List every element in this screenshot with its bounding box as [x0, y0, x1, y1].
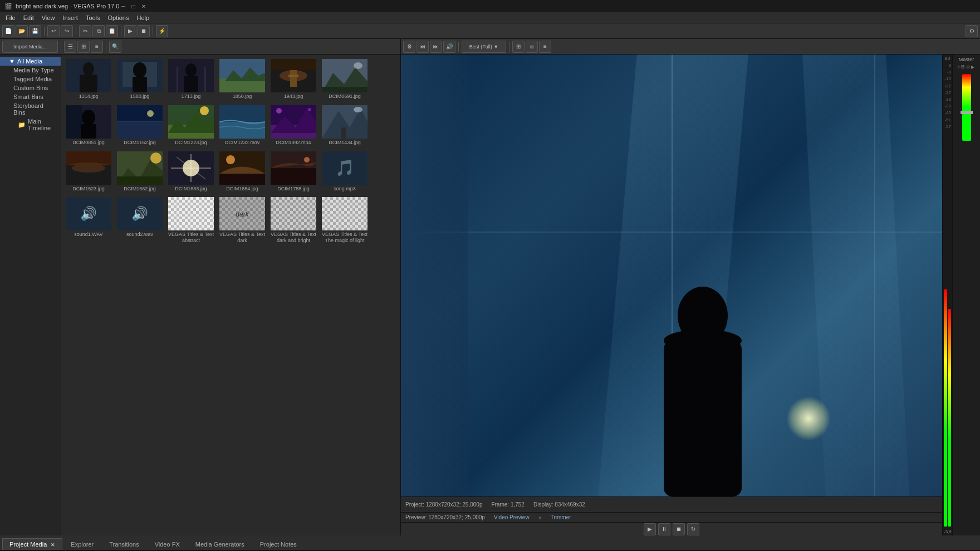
tree-item-custom-bins[interactable]: Custom Bins [0, 83, 61, 92]
preview-prev-frame[interactable]: ⏮ [416, 41, 429, 53]
media-item-label: DCIM1788.jpg [277, 186, 310, 192]
media-item-vegas-magic[interactable]: VEGAS Titles & Text The magic of light [320, 195, 370, 246]
menu-edit[interactable]: Edit [20, 14, 37, 22]
tab-transitions[interactable]: Transitions [102, 538, 146, 550]
media-item-1943[interactable]: 1943.jpg [268, 57, 318, 102]
master-fader[interactable] [962, 74, 971, 141]
new-button[interactable]: 📄 [2, 25, 14, 37]
preview-volume[interactable]: 🔊 [443, 41, 455, 53]
svg-rect-63 [271, 168, 316, 185]
media-item-dcim1788[interactable]: DCIM1788.jpg [268, 149, 318, 194]
preview-more[interactable]: ≡ [539, 41, 551, 53]
preview-pause-button[interactable]: ⏸ [658, 523, 670, 535]
media-view-grid[interactable]: ⊞ [77, 41, 90, 53]
settings-button[interactable]: ⚙ [966, 25, 978, 37]
media-search[interactable]: 🔍 [109, 41, 121, 53]
media-item-dcim1162[interactable]: DCIM1162.jpg [115, 103, 165, 148]
tab-close-icon[interactable]: ✕ [51, 542, 55, 548]
preview-play-button[interactable]: ▶ [644, 523, 656, 535]
media-item-dcim1232[interactable]: DCIM1232.mov [217, 103, 267, 148]
play-button[interactable]: ▶ [124, 25, 136, 37]
media-item-vegas-dark[interactable]: dark VEGAS Titles & Text dark [217, 195, 267, 246]
cut-button[interactable]: ✂ [79, 25, 91, 37]
preview-next-frame[interactable]: ⏭ [430, 41, 442, 53]
tree-item-tagged-media[interactable]: Tagged Media [0, 75, 61, 83]
svg-text:dark: dark [236, 210, 249, 218]
import-media-button[interactable]: Import Media... [2, 41, 58, 53]
media-item-dcim1684[interactable]: DCIM1684.jpg [217, 149, 267, 194]
trimmer-label[interactable]: Trimmer [551, 514, 571, 520]
tree-item-storyboard-bins[interactable]: Storyboard Bins [0, 101, 61, 117]
media-item-dcim1392[interactable]: DCIM1392.mp4 [268, 103, 318, 148]
tree-item-all-media[interactable]: ▼ All Media [0, 57, 61, 66]
media-item-sound2[interactable]: 🔊 sound2.wav [115, 195, 165, 246]
level-mark: -57 [944, 124, 951, 130]
master-fx-icon[interactable]: f [958, 65, 959, 70]
media-item-label: DCIM1562.jpg [124, 186, 156, 192]
menu-file[interactable]: File [2, 14, 19, 22]
tree-item-media-by-type[interactable]: Media By Type [0, 66, 61, 75]
svg-point-1 [83, 62, 94, 76]
preview-loop-button[interactable]: ↻ [687, 523, 699, 535]
media-item-1580[interactable]: 1580.jpg [115, 57, 165, 102]
menu-options[interactable]: Options [105, 14, 133, 22]
master-chain-icon[interactable]: ⛓ [961, 65, 965, 70]
maximize-button[interactable]: □ [130, 2, 138, 10]
tree-item-smart-bins[interactable]: Smart Bins [0, 92, 61, 101]
paste-button[interactable]: 📋 [106, 25, 118, 37]
media-item-dcim1223[interactable]: DCIM1223.jpg [166, 103, 216, 148]
media-item-1850[interactable]: 1850.jpg [217, 57, 267, 102]
svg-rect-65 [168, 197, 214, 230]
media-view-detail[interactable]: ≡ [91, 41, 103, 53]
media-item-1314[interactable]: 1314.jpg [63, 57, 114, 102]
menu-help[interactable]: Help [133, 14, 153, 22]
stop-button[interactable]: ⏹ [138, 25, 150, 37]
preview-quality[interactable]: Best (Full) ▼ [462, 41, 506, 53]
minimize-button[interactable]: ─ [120, 2, 128, 10]
media-item-dcim0851[interactable]: DCIM0851.jpg [63, 103, 114, 148]
left-panel: Import Media... ☰ ⊞ ≡ 🔍 ▼ All Media Medi… [0, 39, 401, 535]
media-item-label: DCIM1223.jpg [175, 140, 207, 146]
media-item-dcim0691[interactable]: DCIM0691.jpg [320, 57, 370, 102]
render-button[interactable]: ⚡ [156, 25, 168, 37]
tab-explorer[interactable]: Explorer [63, 538, 101, 550]
video-preview-label[interactable]: Video Preview [494, 514, 530, 520]
media-item-dcim1562[interactable]: DCIM1562.jpg [115, 149, 165, 194]
media-item-dcim1434[interactable]: DCIM1434.jpg [320, 103, 370, 148]
svg-point-23 [354, 62, 362, 69]
media-item-vegas-abstract[interactable]: VEGAS Titles & Text abstract [166, 195, 216, 246]
media-item-1713[interactable]: 1713.jpg [166, 57, 216, 102]
save-button[interactable]: 💾 [29, 25, 41, 37]
preview-split[interactable]: ⧈ [526, 41, 538, 53]
svg-point-61 [226, 155, 235, 164]
copy-button[interactable]: ⧉ [92, 25, 105, 37]
menu-insert[interactable]: Insert [59, 14, 81, 22]
folder-icon: 📁 [18, 121, 26, 129]
redo-button[interactable]: ↪ [61, 25, 73, 37]
media-item-dcim1523[interactable]: DCIM1523.jpg [63, 149, 114, 194]
master-fader-handle[interactable] [961, 111, 973, 114]
tab-video-fx[interactable]: Video FX [148, 538, 187, 550]
menu-tools[interactable]: Tools [82, 14, 104, 22]
preview-stop-button[interactable]: ⏹ [673, 523, 685, 535]
preview-transport: ▶ ⏸ ⏹ ↻ [401, 522, 942, 535]
tree-item-main-timeline[interactable]: 📁 Main Timeline [0, 117, 61, 132]
preview-grid[interactable]: ⊞ [512, 41, 525, 53]
media-grid-inner: 1314.jpg 1580.jpg [63, 57, 398, 246]
master-gear-icon[interactable]: ⚙ [966, 65, 970, 70]
media-item-sound1[interactable]: 🔊 sound1.WAV [63, 195, 114, 246]
undo-button[interactable]: ↩ [47, 25, 60, 37]
tab-project-notes[interactable]: Project Notes [253, 538, 304, 550]
open-button[interactable]: 📂 [16, 25, 28, 37]
level-mark: -27 [944, 90, 951, 96]
media-item-song[interactable]: 🎵 song.mp3 [320, 149, 370, 194]
media-item-dcim1683[interactable]: DCIM1683.jpg [166, 149, 216, 194]
master-more-icon[interactable]: ▶ [971, 65, 974, 70]
media-view-list[interactable]: ☰ [64, 41, 76, 53]
close-button[interactable]: ✕ [140, 2, 148, 10]
tab-media-generators[interactable]: Media Generators [188, 538, 252, 550]
tab-project-media[interactable]: Project Media ✕ [2, 538, 62, 550]
preview-settings[interactable]: ⚙ [403, 41, 415, 53]
media-item-vegas-dark-bright[interactable]: VEGAS Titles & Text dark and bright [268, 195, 318, 246]
menu-view[interactable]: View [38, 14, 58, 22]
